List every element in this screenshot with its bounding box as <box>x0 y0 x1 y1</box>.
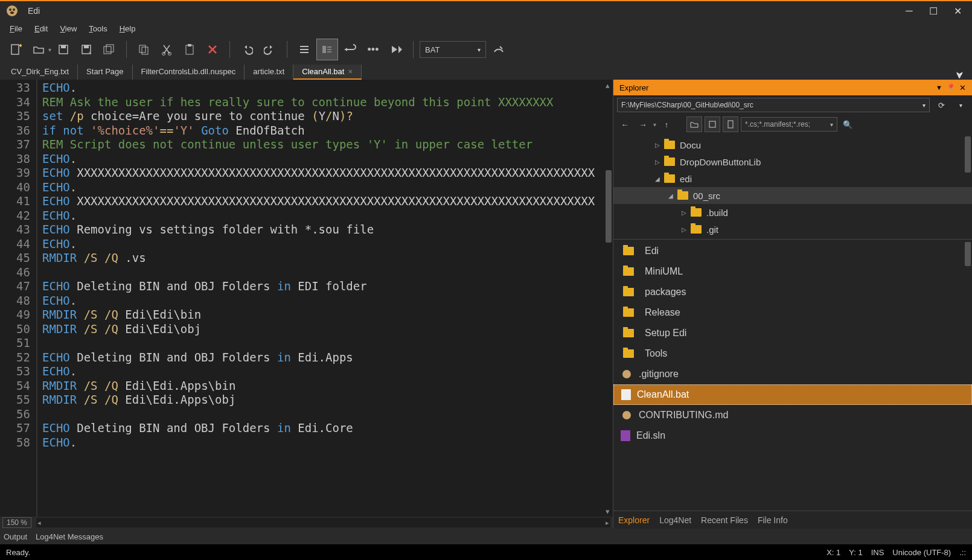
open-button[interactable] <box>28 39 50 60</box>
chevron-down-icon[interactable]: ▾ <box>953 97 968 113</box>
settings-button[interactable] <box>487 39 509 60</box>
expand-icon[interactable]: ▷ <box>653 159 662 165</box>
path-combo[interactable]: F:\MyFiles\CSharp\00_GitHub\edi\00_src ▾ <box>617 98 930 112</box>
forward-button[interactable]: → <box>635 116 651 132</box>
file-list[interactable]: EdiMiniUMLpackagesReleaseSetup EdiTools.… <box>613 240 972 511</box>
svg-rect-19 <box>709 121 715 127</box>
svg-rect-9 <box>84 45 89 48</box>
code-content[interactable]: ECHO.REM Ask the user if hes really sure… <box>37 80 602 517</box>
save-all-button[interactable] <box>98 39 120 60</box>
zoom-level[interactable]: 150 % <box>2 517 31 528</box>
folder-icon <box>677 191 688 200</box>
up-button[interactable]: ↑ <box>659 116 674 132</box>
menu-edit[interactable]: Edit <box>28 22 54 35</box>
tab-overflow-button[interactable]: ⮟ <box>950 71 970 80</box>
explorer-tab[interactable]: Recent Files <box>701 515 748 525</box>
scroll-thumb[interactable] <box>606 170 612 243</box>
skip-button[interactable] <box>385 39 407 60</box>
new-file-button[interactable] <box>723 116 738 132</box>
document-tab[interactable]: article.txt <box>245 65 293 80</box>
code-editor[interactable]: 33 34 35 36 37 38 39 40 41 42 43 44 45 4… <box>0 80 613 517</box>
search-button[interactable]: 🔍 <box>840 116 855 132</box>
menu-tools[interactable]: Tools <box>83 22 113 35</box>
scroll-up-arrow-icon[interactable]: ▴ <box>602 80 613 91</box>
expand-icon[interactable]: ◢ <box>667 192 675 199</box>
tree-item[interactable]: ▷DropDownButtonLib <box>613 153 972 170</box>
paste-button[interactable] <box>179 39 200 60</box>
cut-button[interactable] <box>156 39 177 60</box>
explorer-tab[interactable]: File Info <box>758 515 788 525</box>
open-folder-button[interactable] <box>686 116 702 132</box>
list-item[interactable]: Edi <box>613 241 972 261</box>
explorer-tab[interactable]: Explorer <box>618 515 650 525</box>
list-item[interactable]: CleanAll.bat <box>613 384 972 405</box>
expand-icon[interactable]: ▷ <box>680 209 688 216</box>
filter-combo[interactable]: *.cs;*.manifest;*.res; ▾ <box>741 117 837 132</box>
menu-help[interactable]: Help <box>114 22 142 35</box>
tree-item[interactable]: ▷Docu <box>613 136 972 153</box>
new-file-button[interactable]: ✦ <box>5 39 27 60</box>
close-tab-icon[interactable]: × <box>348 67 353 76</box>
menu-view[interactable]: View <box>54 22 83 35</box>
expand-icon[interactable]: ▷ <box>653 142 662 148</box>
maximize-button[interactable]: ☐ <box>921 2 945 20</box>
tree-item[interactable]: ▷.git <box>613 221 972 238</box>
delete-button[interactable] <box>202 39 223 60</box>
language-combo[interactable]: BAT ▾ <box>420 41 486 58</box>
document-tab[interactable]: FilterControlsLib.dll.nuspec <box>133 65 245 80</box>
expand-icon[interactable]: ◢ <box>653 176 662 182</box>
refresh-button[interactable]: ⟳ <box>933 97 949 113</box>
endings-button[interactable]: ••• <box>362 39 384 60</box>
list-item[interactable]: Edi.sln <box>613 425 972 446</box>
expand-icon[interactable]: ▷ <box>680 226 688 233</box>
back-button[interactable]: ← <box>617 116 633 132</box>
scroll-down-arrow-icon[interactable]: ▾ <box>602 506 613 517</box>
line-numbers-button[interactable] <box>293 39 315 60</box>
folder-tree[interactable]: ▷Docu▷DropDownButtonLib◢edi◢00_src▷.buil… <box>613 134 972 240</box>
svg-point-2 <box>13 8 15 11</box>
copy-path-button[interactable] <box>705 116 720 132</box>
list-item[interactable]: Setup Edi <box>613 323 972 343</box>
tree-item[interactable]: ▷.build <box>613 204 972 221</box>
chevron-down-icon[interactable]: ▾ <box>653 121 656 128</box>
list-item[interactable]: CONTRIBUTING.md <box>613 405 972 425</box>
list-item[interactable]: Tools <box>613 343 972 364</box>
document-tab[interactable]: CleanAll.bat× <box>293 65 362 80</box>
bottom-tab[interactable]: Output <box>4 532 27 541</box>
horizontal-scrollbar[interactable]: ◂ ▸ <box>36 518 610 527</box>
svg-rect-13 <box>142 47 148 54</box>
scroll-right-arrow-icon[interactable]: ▸ <box>606 519 609 527</box>
tree-item[interactable]: ◢00_src <box>613 187 972 204</box>
close-icon[interactable]: ✕ <box>959 83 966 92</box>
highlight-line-button[interactable] <box>316 39 338 60</box>
undo-button[interactable] <box>236 39 258 60</box>
list-item[interactable]: packages <box>613 282 972 302</box>
bottom-tab[interactable]: Log4Net Messages <box>36 532 103 541</box>
menu-file[interactable]: File <box>4 22 28 35</box>
document-tab[interactable]: CV_Dirk_Eng.txt <box>2 65 78 80</box>
chevron-down-icon[interactable]: ▼ <box>936 84 942 91</box>
word-wrap-button[interactable] <box>339 39 361 60</box>
explorer-tab[interactable]: Log4Net <box>659 515 691 525</box>
list-item[interactable]: Release <box>613 302 972 323</box>
tree-scrollbar[interactable] <box>962 134 971 239</box>
save-as-button[interactable] <box>75 39 97 60</box>
list-scrollbar[interactable] <box>962 240 971 511</box>
solution-file-icon <box>621 430 630 441</box>
redo-button[interactable] <box>259 39 281 60</box>
list-item[interactable]: .gitignore <box>613 364 972 384</box>
save-button[interactable] <box>53 39 74 60</box>
resize-grip-icon[interactable]: .:: <box>959 548 966 557</box>
copy-button[interactable] <box>133 39 155 60</box>
list-item[interactable]: MiniUML <box>613 261 972 282</box>
tree-item[interactable]: ◢edi <box>613 170 972 187</box>
open-dropdown-icon[interactable]: ▾ <box>48 46 51 53</box>
pin-icon[interactable]: 📍 <box>946 83 956 92</box>
explorer-panel: Explorer ▼ 📍 ✕ F:\MyFiles\CSharp\00_GitH… <box>613 80 972 529</box>
scroll-left-arrow-icon[interactable]: ◂ <box>37 519 41 527</box>
chevron-down-icon: ▾ <box>922 102 926 109</box>
close-button[interactable]: ✕ <box>945 2 970 20</box>
vertical-scrollbar[interactable]: ▴ ▾ <box>602 80 613 517</box>
document-tab[interactable]: Start Page <box>78 65 132 80</box>
minimize-button[interactable]: ─ <box>897 2 921 20</box>
